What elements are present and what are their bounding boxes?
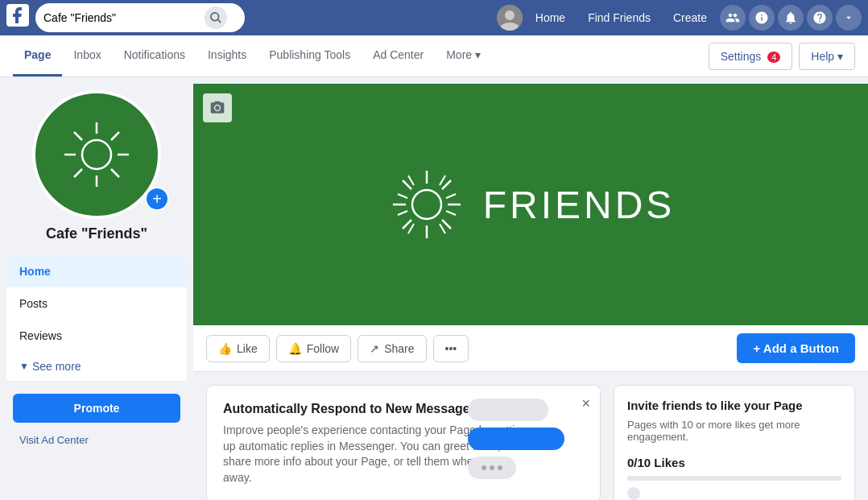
follow-icon: 🔔 [288,342,302,355]
svg-point-15 [412,190,441,219]
share-button[interactable]: ↗ Share [358,335,426,362]
svg-line-27 [446,211,456,215]
page-nav: Page Inbox Notifications Insights Publis… [0,35,868,77]
help-icon[interactable] [807,5,833,31]
fb-logo [6,4,29,32]
svg-point-4 [505,10,515,20]
svg-line-2 [217,19,221,23]
likes-progress-bar [627,476,841,481]
tab-publishing-tools[interactable]: Publishing Tools [258,35,362,76]
nav-create[interactable]: Create [663,6,717,29]
svg-line-11 [74,132,82,140]
svg-line-25 [440,176,445,185]
promote-button[interactable]: Promote [13,394,180,423]
messenger-icon[interactable] [749,5,775,31]
tab-ad-center[interactable]: Ad Center [362,35,435,76]
add-photo-button[interactable]: + [145,187,169,211]
likes-icon [627,487,640,500]
svg-line-14 [74,169,82,177]
auto-respond-card: × Automatically Respond to New Messages [206,385,601,500]
like-button[interactable]: 👍 Like [206,335,270,362]
settings-badge: 4 [767,52,780,63]
lower-content: × Automatically Respond to New Messages [193,372,868,500]
follow-button[interactable]: 🔔 Follow [276,335,351,362]
svg-line-22 [442,180,451,189]
visit-ad-center-link[interactable]: Visit Ad Center [6,429,187,451]
svg-line-26 [446,194,456,198]
sidebar-item-reviews[interactable]: Reviews [6,320,187,352]
cover-sun-icon [386,164,467,245]
follow-label: Follow [307,342,339,355]
sidebar-item-home[interactable]: Home [6,255,187,287]
see-more-button[interactable]: ▼ See more [6,352,187,381]
more-button[interactable]: ••• [433,335,469,362]
tab-inbox[interactable]: Inbox [62,35,112,76]
likes-count: 0/10 Likes [627,456,841,469]
top-nav-links: Home Find Friends Create [497,5,862,31]
see-more-label: See more [32,360,81,373]
svg-line-20 [403,180,411,189]
top-nav: Cafe "Friends" Home Find Friends Create [0,0,868,35]
invite-desc: Pages with 10 or more likes get more eng… [627,419,841,443]
people-icon[interactable] [720,5,746,31]
nav-home[interactable]: Home [526,6,575,29]
see-more-arrow-icon: ▼ [19,361,29,372]
cover-photo: FRIENDS [193,84,868,325]
invite-card: Invite friends to like your Page Pages w… [614,385,855,500]
sidebar-menu: Home Posts Reviews ▼ See more [6,255,187,381]
search-button[interactable] [205,6,227,29]
page-name: Cafe "Friends" [6,225,187,242]
profile-pic [32,90,161,219]
svg-line-28 [440,224,445,233]
svg-point-1 [211,13,219,21]
right-panel: Invite friends to like your Page Pages w… [614,385,855,500]
search-input[interactable]: Cafe "Friends" [43,11,205,24]
share-label: Share [384,342,414,355]
help-button[interactable]: Help ▾ [799,43,855,70]
more-label: ••• [445,342,457,355]
invite-title: Invite friends to like your Page [627,399,841,412]
profile-sun-icon [56,114,137,195]
update-cover-photo-button[interactable] [203,93,232,122]
auto-respond-close[interactable]: × [581,395,590,412]
search-bar: Cafe "Friends" [35,3,245,32]
user-avatar[interactable] [497,5,523,31]
share-icon: ↗ [370,342,379,355]
page-content: FRIENDS 👍 Like 🔔 Follow ↗ Share ••• + Ad… [193,84,868,500]
left-panel: × Automatically Respond to New Messages [206,385,601,500]
account-caret-icon[interactable] [836,5,862,31]
add-a-button[interactable]: + Add a Button [737,333,855,363]
msg-bubble-blue [468,428,564,450]
msg-dot-1 [482,465,486,470]
svg-line-32 [408,176,414,185]
notifications-icon[interactable] [778,5,804,31]
svg-line-21 [442,220,451,229]
svg-line-13 [111,132,119,140]
svg-line-31 [398,194,407,198]
brand-name: FRIENDS [483,183,676,227]
nav-find-friends[interactable]: Find Friends [578,6,660,29]
settings-button[interactable]: Settings 4 [709,43,793,70]
like-label: Like [237,342,258,355]
svg-line-29 [408,224,414,233]
profile-pic-container: + [6,90,187,219]
tab-notifications[interactable]: Notifications [113,35,196,76]
main-layout: + Cafe "Friends" Home Posts Reviews ▼ Se… [0,77,868,500]
svg-line-30 [398,211,407,215]
page-nav-right: Settings 4 Help ▾ [709,43,855,70]
svg-point-6 [82,140,111,169]
tab-insights[interactable]: Insights [196,35,258,76]
msg-dot-2 [490,465,494,470]
sidebar: + Cafe "Friends" Home Posts Reviews ▼ Se… [0,84,193,500]
auto-respond-visual [468,399,564,479]
like-icon: 👍 [218,342,232,355]
svg-line-23 [403,220,411,229]
msg-dot-3 [498,465,502,470]
action-bar: 👍 Like 🔔 Follow ↗ Share ••• + Add a Butt… [193,325,868,372]
sidebar-item-posts[interactable]: Posts [6,287,187,320]
tab-page[interactable]: Page [13,35,62,76]
svg-line-12 [111,169,119,177]
tab-more[interactable]: More ▾ [435,35,492,76]
friends-logo: FRIENDS [386,164,676,245]
msg-bubble-gray [468,399,548,421]
